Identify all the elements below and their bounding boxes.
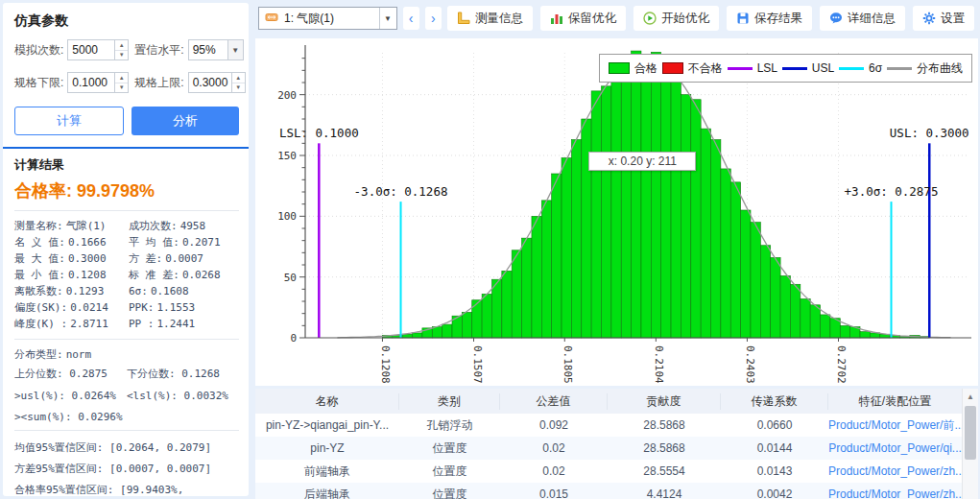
histogram-bar[interactable] [552, 174, 562, 338]
spin-down-icon[interactable]: ▼ [115, 51, 128, 60]
chevron-down-icon[interactable]: ▼ [227, 40, 243, 59]
feature-position-link[interactable]: Product/Motor_Power/前... [828, 417, 962, 434]
histogram-bar[interactable] [522, 238, 532, 338]
histogram-bar[interactable] [870, 333, 879, 338]
histogram-bar[interactable] [601, 86, 610, 338]
minus-3sigma-line-label: -3.0σ: 0.1268 [354, 184, 448, 199]
feature-position-link[interactable]: Product/Motor_Power/zh... [828, 487, 962, 499]
histogram-bar[interactable] [671, 82, 681, 338]
sim-count-input[interactable]: 5000 ▲▼ [67, 39, 129, 60]
table-cell: pin-YZ->qiangai_pin-Y... [255, 418, 399, 432]
next-measurement-button[interactable]: › [425, 7, 442, 30]
histogram-bar[interactable] [771, 257, 780, 338]
spin-up-icon[interactable]: ▲ [115, 73, 128, 83]
histogram-bar[interactable] [780, 275, 790, 338]
histogram-bar[interactable] [532, 216, 541, 338]
spec-lower-stepper[interactable]: ▲▼ [114, 73, 128, 92]
spin-up-icon[interactable]: ▲ [232, 73, 245, 83]
histogram-bar[interactable] [571, 140, 581, 338]
chevron-down-icon[interactable]: ▼ [379, 8, 396, 29]
feature-position-link[interactable]: Product/Motor_Power/zh... [828, 464, 962, 478]
histogram-bar[interactable] [541, 201, 551, 338]
histogram-bar[interactable] [751, 223, 760, 338]
histogram-bar[interactable] [721, 169, 730, 338]
table-row[interactable]: pin-YZ位置度0.0228.58680.0144Product/Motor_… [255, 437, 978, 460]
histogram-bar[interactable] [741, 210, 751, 338]
column-header[interactable]: 贡献度 [608, 393, 721, 410]
histogram-bar[interactable] [860, 332, 870, 338]
histogram-bar[interactable] [632, 51, 641, 338]
column-header[interactable]: 公差值 [500, 393, 608, 410]
feature-position-link[interactable]: Product/Motor_Power/qi... [828, 441, 962, 455]
histogram-bar[interactable] [840, 325, 849, 338]
histogram-bar[interactable] [810, 305, 820, 338]
spec-lower-input[interactable]: 0.1000 ▲▼ [67, 72, 129, 93]
histogram-bar[interactable] [413, 333, 422, 338]
x-tick-label: 0.2104 [653, 345, 665, 384]
calculate-button[interactable]: 计算 [14, 107, 124, 135]
table-row[interactable]: 后端轴承位置度0.0154.41240.0042Product/Motor_Po… [255, 483, 978, 499]
toolbar-button-label: 设置 [941, 11, 965, 27]
histogram-bar[interactable] [432, 327, 442, 338]
histogram-bar[interactable] [621, 65, 631, 338]
histogram-bar[interactable] [801, 298, 810, 338]
spin-up-icon[interactable]: ▲ [115, 40, 128, 51]
histogram-bar[interactable] [821, 315, 830, 338]
measurement-selector[interactable]: 1: 气隙(1) ▼ [258, 7, 397, 30]
histogram-bar[interactable] [701, 129, 710, 338]
settings-button[interactable]: 设置 [913, 6, 974, 31]
spin-down-icon[interactable]: ▼ [115, 83, 128, 93]
spec-upper-stepper[interactable]: ▲▼ [231, 73, 245, 92]
histogram-plot[interactable]: LSL: 0.1000USL: 0.3000-3.0σ: 0.1268+3.0σ… [255, 38, 978, 386]
table-row[interactable]: 前端轴承位置度0.0228.55540.0143Product/Motor_Po… [255, 460, 978, 483]
table-scrollbar[interactable]: ▲ [962, 389, 978, 499]
keep-optimize-button[interactable]: 保留优化 [540, 6, 626, 31]
measure-info-button[interactable]: 测量信息 [447, 6, 533, 31]
spin-down-icon[interactable]: ▼ [232, 83, 245, 93]
column-header[interactable]: 类别 [399, 393, 500, 410]
lsl-line-label: LSL: 0.1000 [279, 126, 359, 140]
histogram-bar[interactable] [512, 250, 521, 338]
save-result-button[interactable]: 保存结果 [727, 6, 812, 31]
spec-lower-label: 规格下限: [14, 75, 63, 91]
scrollbar-thumb[interactable] [965, 406, 976, 460]
histogram-bar[interactable] [641, 60, 651, 338]
histogram-bar[interactable] [502, 271, 512, 338]
histogram-bar[interactable] [730, 182, 740, 338]
stat-row: 偏度(SK):0.0214 [14, 299, 125, 316]
histogram-bar[interactable] [790, 284, 800, 338]
histogram-bar[interactable] [681, 95, 690, 338]
histogram-bar[interactable] [661, 70, 671, 338]
histogram-bar[interactable] [491, 279, 501, 338]
histogram-bar[interactable] [562, 158, 571, 338]
histogram-bar[interactable] [760, 246, 770, 338]
histogram-bar[interactable] [482, 294, 491, 338]
column-header[interactable]: 特征/装配位置 [828, 393, 962, 410]
start-optimize-button[interactable]: 开始优化 [633, 6, 719, 31]
confidence-select[interactable]: 95% ▼ [188, 39, 244, 60]
spec-lower-field: 规格下限: 0.1000 ▲▼ [14, 72, 129, 93]
histogram-bar[interactable] [651, 52, 660, 338]
panel-title: 仿真参数 [14, 12, 239, 30]
toolbar-button-label: 保留优化 [568, 11, 616, 27]
histogram-bar[interactable] [442, 324, 452, 338]
histogram-bar[interactable] [611, 61, 621, 338]
table-row[interactable]: pin-YZ->qiangai_pin-Y...孔销浮动0.09228.5868… [255, 414, 978, 437]
x-tick-label: 0.1805 [562, 345, 574, 384]
legend-item: 合格 [609, 60, 657, 77]
prev-measurement-button[interactable]: ‹ [403, 7, 419, 30]
detail-info-button[interactable]: 详细信息 [820, 6, 905, 31]
histogram-bar[interactable] [691, 100, 701, 338]
sim-count-stepper[interactable]: ▲▼ [114, 40, 128, 59]
confidence-field: 置信水平: 95% ▼ [134, 39, 243, 60]
histogram-bar[interactable] [591, 91, 601, 338]
scroll-up-icon[interactable]: ▲ [963, 389, 978, 405]
table-cell: 28.5554 [608, 464, 721, 478]
histogram-bar[interactable] [711, 140, 721, 338]
spec-upper-input[interactable]: 0.3000 ▲▼ [188, 72, 246, 93]
spec-upper-field: 规格上限: 0.3000 ▲▼ [134, 72, 245, 93]
column-header[interactable]: 传递系数 [721, 393, 828, 410]
histogram-bar[interactable] [462, 312, 471, 338]
column-header[interactable]: 名称 [255, 393, 399, 410]
analyze-button[interactable]: 分析 [131, 107, 239, 135]
